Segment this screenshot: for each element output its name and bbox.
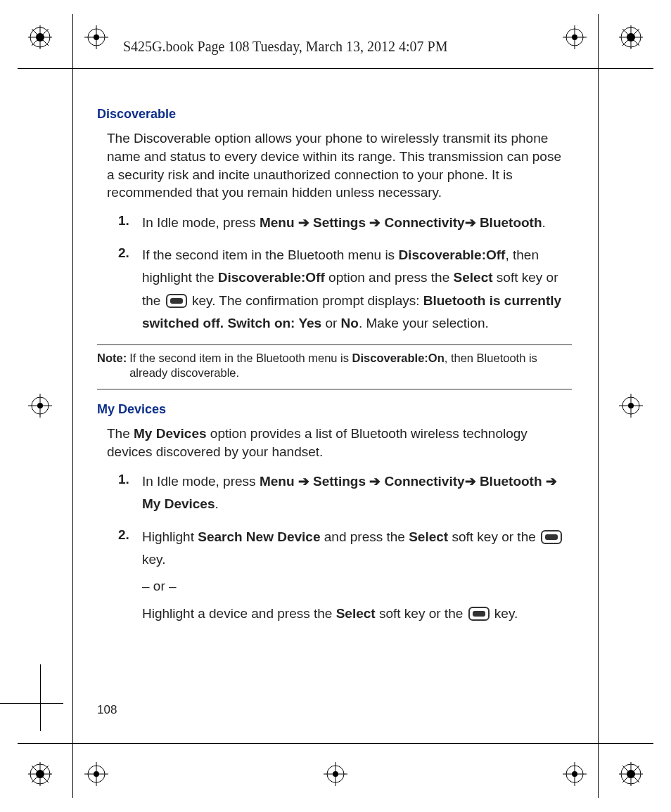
text: soft key or the xyxy=(376,606,467,621)
connectivity-label: Connectivity xyxy=(385,215,465,230)
discoverable-intro: The Discoverable option allows your phon… xyxy=(107,129,572,202)
arrow-icon: ➔ xyxy=(465,215,480,230)
text: option and press the xyxy=(325,270,454,285)
page-content: Discoverable The Discoverable option all… xyxy=(97,105,572,635)
cropmark-bottom-right xyxy=(563,762,587,789)
svg-point-23 xyxy=(627,770,635,778)
regmark-top-left xyxy=(28,25,52,49)
regmark-bottom-left xyxy=(28,762,52,786)
bluetooth-label: Bluetooth xyxy=(480,474,542,489)
arrow-icon: ➔ xyxy=(366,215,385,230)
frame-line-top xyxy=(18,68,653,69)
search-new-device-label: Search New Device xyxy=(198,529,320,544)
step-number: 2. xyxy=(118,526,142,625)
arrow-icon: ➔ xyxy=(366,474,385,489)
frame-line-left xyxy=(72,14,73,798)
text: . xyxy=(215,496,219,511)
text: The xyxy=(107,426,134,441)
text: soft key or the xyxy=(448,529,539,544)
print-header: S425G.book Page 108 Tuesday, March 13, 2… xyxy=(123,39,448,55)
bluetooth-label: Bluetooth xyxy=(480,215,542,230)
regmark-bottom-right xyxy=(619,762,643,786)
frame-line-bottom xyxy=(18,743,653,744)
svg-point-27 xyxy=(94,34,99,40)
page-number: 108 xyxy=(97,703,117,717)
svg-point-43 xyxy=(94,771,99,777)
svg-point-5 xyxy=(36,33,44,41)
crop-tick xyxy=(0,703,63,704)
cropmark-bottom-left xyxy=(84,762,108,789)
text: Highlight xyxy=(142,529,198,544)
mydevices-intro: The My Devices option provides a list of… xyxy=(107,425,572,460)
step-number: 1. xyxy=(118,470,142,516)
text: If the second item in the Bluetooth menu… xyxy=(129,352,352,364)
section-heading-discoverable: Discoverable xyxy=(97,105,572,122)
svg-point-47 xyxy=(333,771,338,777)
arrow-icon: ➔ xyxy=(294,474,313,489)
step-number: 2. xyxy=(118,244,142,335)
text: In Idle mode, press xyxy=(142,215,260,230)
step-body: In Idle mode, press Menu ➔ Settings ➔ Co… xyxy=(142,212,572,234)
text: Highlight a device and press the xyxy=(142,606,336,621)
list-item: 1. In Idle mode, press Menu ➔ Settings ➔… xyxy=(118,212,572,234)
discoverable-off-label: Discoverable:Off xyxy=(398,247,505,262)
cropmark-mid-left xyxy=(28,394,52,420)
center-key-icon xyxy=(468,607,490,621)
mydevices-label: My Devices xyxy=(142,496,215,511)
center-key-icon xyxy=(541,530,562,544)
no-label: No xyxy=(341,316,359,330)
step-body: If the second item in the Bluetooth menu… xyxy=(142,244,572,335)
list-item: 2. If the second item in the Bluetooth m… xyxy=(118,244,572,335)
cropmark-header-left xyxy=(84,25,108,52)
svg-point-51 xyxy=(572,771,577,777)
select-label: Select xyxy=(454,270,493,285)
divider xyxy=(97,344,572,345)
list-item: 2. Highlight Search New Device and press… xyxy=(118,526,572,625)
crop-tick xyxy=(40,664,41,731)
select-label: Select xyxy=(336,606,376,621)
mydevices-steps: 1. In Idle mode, press Menu ➔ Settings ➔… xyxy=(118,470,572,625)
text: In Idle mode, press xyxy=(142,474,260,489)
text: key. xyxy=(142,552,165,567)
regmark-top-right xyxy=(619,25,643,49)
frame-line-right xyxy=(598,14,599,798)
svg-point-31 xyxy=(572,34,577,40)
mydevices-label: My Devices xyxy=(134,426,207,441)
discoverable-on-label: Discoverable:On xyxy=(352,352,445,364)
step-body: Highlight Search New Device and press th… xyxy=(142,526,572,625)
cropmark-bottom-center xyxy=(324,762,347,789)
center-key-icon xyxy=(166,294,187,308)
svg-point-35 xyxy=(37,403,43,408)
menu-label: Menu xyxy=(260,474,295,489)
text: . xyxy=(542,215,546,230)
connectivity-label: Connectivity xyxy=(385,474,465,489)
select-label: Select xyxy=(409,529,448,544)
arrow-icon: ➔ xyxy=(465,474,480,489)
svg-point-17 xyxy=(36,770,44,778)
svg-point-11 xyxy=(627,33,635,41)
note-body: If the second item in the Bluetooth menu… xyxy=(129,351,572,380)
note-label: Note: xyxy=(97,351,127,380)
note-block: Note: If the second item in the Bluetoot… xyxy=(97,351,572,380)
text: key. xyxy=(491,606,518,621)
arrow-icon: ➔ xyxy=(294,215,313,230)
step-body: In Idle mode, press Menu ➔ Settings ➔ Co… xyxy=(142,470,572,516)
section-heading-mydevices: My Devices xyxy=(97,401,572,418)
text: . Make your selection. xyxy=(359,316,489,330)
text: or xyxy=(321,316,340,330)
cropmark-mid-right xyxy=(619,394,643,420)
cropmark-header-right xyxy=(563,25,587,52)
or-separator: – or – xyxy=(142,575,572,598)
step-number: 1. xyxy=(118,212,142,234)
discoverable-off-label: Discoverable:Off xyxy=(218,270,325,285)
discoverable-steps: 1. In Idle mode, press Menu ➔ Settings ➔… xyxy=(118,212,572,335)
list-item: 1. In Idle mode, press Menu ➔ Settings ➔… xyxy=(118,470,572,516)
arrow-icon: ➔ xyxy=(542,474,557,489)
text: If the second item in the Bluetooth menu… xyxy=(142,247,398,262)
svg-point-39 xyxy=(628,403,634,408)
settings-label: Settings xyxy=(313,474,366,489)
divider xyxy=(97,389,572,389)
text: Highlight a device and press the Select … xyxy=(142,602,572,625)
text: and press the xyxy=(320,529,409,544)
menu-label: Menu xyxy=(260,215,295,230)
